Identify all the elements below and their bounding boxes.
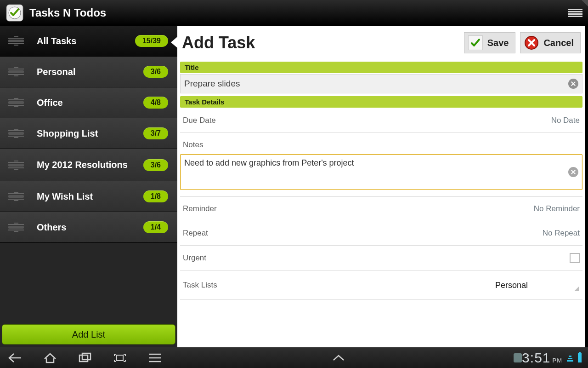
urgent-row[interactable]: Urgent (180, 246, 582, 271)
drag-handle-icon[interactable] (8, 127, 24, 139)
battery-icon (578, 353, 582, 362)
app-logo-icon (6, 4, 24, 22)
sidebar-item-office[interactable]: Office 4/8 (0, 87, 177, 118)
sidebar-item-count: 3/7 (143, 127, 168, 139)
sidebar-item-label: My 2012 Resolutions (37, 160, 143, 170)
app-bar: Tasks N Todos (0, 0, 588, 26)
drag-handle-icon[interactable] (8, 159, 24, 171)
svg-rect-5 (117, 355, 123, 361)
sidebar-item-label: All Tasks (37, 36, 135, 46)
expand-up-icon[interactable] (333, 355, 345, 361)
sidebar-item-label: Others (37, 222, 143, 233)
title-field-row (180, 74, 582, 93)
tasklists-select[interactable]: Personal (492, 278, 580, 292)
tasklists-row: Task Lists Personal (180, 271, 582, 300)
sidebar-item-count: 15/39 (135, 35, 168, 47)
reminder-label: Reminder (183, 204, 217, 213)
save-label: Save (487, 38, 509, 48)
sidebar-item-label: My Wish List (37, 191, 143, 202)
sidebar-item-shopping-list[interactable]: Shopping List 3/7 (0, 118, 177, 149)
nav-menu-icon[interactable] (146, 351, 164, 365)
sidebar-item-count: 3/6 (143, 159, 168, 171)
notes-box (180, 154, 582, 190)
sidebar-item-personal[interactable]: Personal 3/6 (0, 57, 177, 87)
screenshot-icon[interactable] (111, 351, 129, 365)
sidebar-item-count: 4/8 (143, 97, 168, 109)
add-list-button[interactable]: Add List (2, 324, 175, 345)
drag-handle-icon[interactable] (8, 221, 24, 233)
due-date-row[interactable]: Due Date No Date (180, 109, 582, 133)
tasklists-label: Task Lists (183, 281, 217, 290)
section-details-header: Task Details (180, 96, 582, 108)
menu-icon[interactable] (568, 8, 582, 18)
sidebar-item-count: 1/8 (143, 190, 168, 202)
section-title-header: Title (180, 62, 582, 73)
clock-meridiem: PM (553, 357, 563, 364)
reminder-row[interactable]: Reminder No Reminder (180, 197, 582, 221)
sidebar-item-resolutions[interactable]: My 2012 Resolutions 3/6 (0, 149, 177, 181)
sidebar-item-all-tasks[interactable]: All Tasks 15/39 (0, 26, 177, 57)
system-navbar: 3:51 PM (0, 347, 588, 368)
drag-handle-icon[interactable] (8, 190, 24, 202)
cancel-label: Cancel (543, 38, 574, 48)
status-icons (567, 353, 582, 362)
panel-title: Add Task (182, 33, 459, 52)
notes-label: Notes (180, 138, 582, 154)
checkmark-icon (468, 35, 483, 50)
title-input[interactable] (184, 79, 562, 89)
sidebar-item-count: 3/6 (143, 66, 168, 78)
cancel-icon (524, 35, 539, 50)
overflow-corner-icon (582, 0, 588, 6)
sidebar-item-label: Office (37, 98, 143, 108)
clock-time: 3:51 (522, 350, 550, 366)
reminder-value: No Reminder (534, 204, 580, 213)
urgent-checkbox[interactable] (570, 253, 580, 263)
active-pointer-icon (171, 37, 177, 48)
cancel-button[interactable]: Cancel (520, 32, 581, 53)
repeat-row[interactable]: Repeat No Repeat (180, 221, 582, 246)
add-task-panel: Add Task Save Cancel Title Task Details … (177, 26, 585, 347)
recent-apps-icon[interactable] (76, 351, 94, 365)
wifi-icon (567, 354, 573, 362)
repeat-label: Repeat (183, 229, 208, 238)
back-icon[interactable] (6, 351, 24, 365)
clock[interactable]: 3:51 PM (522, 350, 562, 366)
panel-header: Add Task Save Cancel (180, 26, 582, 62)
notes-input[interactable] (184, 158, 564, 186)
home-icon[interactable] (41, 351, 59, 365)
sidebar-item-wish-list[interactable]: My Wish List 1/8 (0, 181, 177, 212)
repeat-value: No Repeat (543, 229, 580, 238)
clear-notes-icon[interactable] (568, 167, 578, 177)
svg-rect-4 (82, 353, 90, 360)
due-date-label: Due Date (183, 116, 216, 125)
sidebar-item-others[interactable]: Others 1/4 (0, 212, 177, 243)
adb-icon (514, 353, 522, 362)
drag-handle-icon[interactable] (8, 35, 24, 47)
sidebar-item-label: Shopping List (37, 128, 143, 139)
save-button[interactable]: Save (464, 32, 516, 53)
sidebar: All Tasks 15/39 Personal 3/6 Office 4/8 … (0, 26, 177, 347)
tasklists-value: Personal (495, 281, 528, 290)
sidebar-item-count: 1/4 (143, 221, 168, 233)
add-list-label: Add List (72, 329, 105, 340)
app-title: Tasks N Todos (29, 6, 106, 19)
clear-title-icon[interactable] (568, 79, 578, 89)
urgent-label: Urgent (183, 253, 206, 263)
svg-rect-3 (79, 355, 88, 362)
notes-block: Notes (180, 133, 582, 197)
sidebar-item-label: Personal (37, 67, 143, 77)
due-date-value: No Date (551, 116, 580, 125)
drag-handle-icon[interactable] (8, 97, 24, 109)
drag-handle-icon[interactable] (8, 66, 24, 78)
